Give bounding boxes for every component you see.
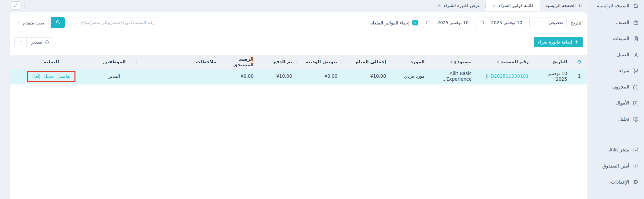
tab-bar: الصفحة الرئيسية قائمة فواتير الشراء ✕ عر… bbox=[0, 0, 589, 11]
column-total-amount: إجمالي المبلغ bbox=[341, 55, 390, 69]
sidebar-item-label: العميل bbox=[616, 52, 629, 57]
tab-purchase-invoice-list[interactable]: قائمة فواتير الشراء ✕ bbox=[486, 0, 540, 11]
sort-icon[interactable] bbox=[497, 60, 499, 64]
chevron-down-icon bbox=[19, 40, 23, 45]
tab-separator bbox=[485, 3, 486, 8]
column-settings-header: ⚙ bbox=[571, 55, 587, 69]
expand-icon bbox=[13, 3, 18, 8]
sidebar-item-category[interactable]: الصنف bbox=[589, 14, 644, 30]
search-icon bbox=[55, 19, 61, 26]
analytics-icon bbox=[632, 116, 639, 122]
sidebar-item-ailit-store[interactable]: متجر Ailit bbox=[589, 142, 644, 158]
sort-icon[interactable] bbox=[450, 60, 452, 64]
sidebar-item-cashier[interactable]: أمين الصندوق bbox=[589, 158, 644, 174]
chevron-down-icon bbox=[17, 20, 21, 25]
balance-due-cell: ¥0.00 bbox=[220, 69, 258, 84]
doc-number-link[interactable]: JHD202511030101 bbox=[486, 73, 529, 79]
export-upload-icon bbox=[45, 39, 49, 45]
main-area: الصفحة الرئيسية قائمة فواتير الشراء ✕ عر… bbox=[0, 0, 589, 199]
store-icon bbox=[632, 146, 639, 153]
row-number-cell: 1 bbox=[571, 69, 587, 84]
supplier-cell: مورد فردي bbox=[390, 69, 429, 84]
tabbar-spacer bbox=[24, 0, 432, 11]
home-icon bbox=[632, 2, 639, 9]
column-date: التاريخ bbox=[533, 55, 571, 69]
operation-cell: تفاصيل تعديل إلغاء bbox=[10, 69, 93, 84]
tab-label: الصفحة الرئيسية bbox=[545, 3, 576, 8]
plus-icon: + bbox=[574, 40, 579, 45]
date-to-input[interactable]: 10 نوفمبر 2025 bbox=[422, 17, 472, 28]
add-button-label: إضافة فاتورة شراء bbox=[538, 40, 572, 45]
settings-gear-icon: ⚙ bbox=[632, 179, 639, 185]
sidebar-item-settings[interactable]: ⚙ الإعدادات bbox=[589, 174, 644, 190]
hide-cancelled-label: إخفاء الفواتير الملغاة bbox=[370, 20, 410, 25]
sidebar-spacer bbox=[589, 127, 644, 142]
column-balance-due: الرصيد المستحق bbox=[220, 55, 258, 69]
advanced-search-label: بحث متقدم bbox=[23, 20, 44, 25]
advanced-search-toggle[interactable]: بحث متقدم bbox=[17, 20, 44, 25]
column-doc-number[interactable]: رقم المستند bbox=[476, 55, 533, 69]
sidebar-item-home[interactable]: الصفحة الرئيسية bbox=[589, 0, 644, 11]
expand-button[interactable] bbox=[11, 1, 20, 10]
date-from-input[interactable]: 10 نوفمبر 2025 bbox=[476, 17, 526, 28]
sidebar-item-label: الإعدادات bbox=[611, 179, 629, 185]
search-button[interactable] bbox=[51, 17, 65, 28]
content-card: التاريخ تخصيص 10 نوفمبر 2025 10 نوفمبر 2… bbox=[10, 12, 587, 199]
topbar-divider bbox=[24, 3, 24, 9]
deposit-refund-cell: ¥0.00 bbox=[296, 69, 341, 84]
sidebar-item-label: الصنف bbox=[616, 20, 629, 25]
sidebar-item-customer[interactable]: العميل bbox=[589, 47, 644, 63]
doc-number-cell: JHD202511030101 bbox=[476, 69, 533, 84]
tab-separator bbox=[432, 3, 432, 8]
export-button[interactable]: تصدير bbox=[26, 37, 54, 47]
purchase-invoices-table: ⚙ التاريخ رقم المستند مستودع المورد إجما… bbox=[10, 55, 587, 84]
tab-home[interactable]: الصفحة الرئيسية bbox=[540, 0, 589, 11]
export-dropdown-toggle[interactable] bbox=[14, 37, 26, 47]
export-split-button: تصدير bbox=[14, 37, 54, 47]
customer-icon bbox=[632, 51, 639, 58]
clipboard-icon bbox=[632, 35, 639, 42]
sidebar-item-purchase[interactable]: شراء bbox=[589, 63, 644, 79]
date-cell: 10 نوفمبر 2025 bbox=[533, 69, 571, 84]
date-range-value: تخصيص bbox=[549, 20, 563, 25]
sidebar-item-label: الأموال bbox=[615, 100, 629, 106]
column-warehouse[interactable]: مستودع bbox=[429, 55, 476, 69]
close-icon[interactable]: ✕ bbox=[492, 3, 496, 8]
sidebar-item-label: أمين الصندوق bbox=[602, 163, 629, 169]
actions-highlight-box: تفاصيل تعديل إلغاء bbox=[27, 71, 75, 82]
close-icon[interactable]: ✕ bbox=[438, 3, 441, 8]
paid-cell: ¥10.00 bbox=[258, 69, 296, 84]
staff-cell: المدير bbox=[93, 69, 136, 84]
hide-cancelled-checkbox[interactable]: إخفاء الفواتير الملغاة bbox=[370, 20, 418, 25]
sidebar-item-label: المخزون bbox=[612, 84, 629, 89]
cancel-link[interactable]: إلغاء bbox=[32, 74, 40, 79]
add-purchase-invoice-button[interactable]: + إضافة فاتورة شراء bbox=[534, 37, 583, 47]
calendar-icon bbox=[479, 20, 484, 26]
date-range-select[interactable]: تخصيص bbox=[529, 17, 567, 28]
sidebar-item-inventory[interactable]: المخزون bbox=[589, 79, 644, 95]
notes-cell bbox=[136, 69, 220, 84]
checkbox-checked-icon bbox=[412, 20, 418, 25]
sidebar: الصفحة الرئيسية الصنف المبيعات العميل شر… bbox=[589, 0, 644, 199]
tab-label: قائمة فواتير الشراء bbox=[498, 3, 533, 8]
date-from-value: 10 نوفمبر 2025 bbox=[491, 20, 522, 25]
chevron-down-icon bbox=[533, 20, 537, 25]
cart-icon bbox=[632, 67, 639, 74]
search-input[interactable] bbox=[65, 17, 159, 28]
warehouse-icon bbox=[632, 83, 639, 90]
column-staff: الموظفين bbox=[93, 55, 136, 69]
details-link[interactable]: تفاصيل bbox=[57, 74, 70, 79]
edit-link[interactable]: تعديل bbox=[44, 74, 54, 79]
tab-view-purchase-invoice[interactable]: عرض فاتورة الشراء ✕ bbox=[432, 0, 486, 11]
column-notes: ملاحظات bbox=[136, 55, 220, 69]
sidebar-item-funds[interactable]: الأموال bbox=[589, 95, 644, 111]
column-settings-gear-icon[interactable]: ⚙ bbox=[577, 59, 581, 65]
search-group bbox=[51, 17, 159, 28]
sidebar-item-analytics[interactable]: تحليل bbox=[589, 111, 644, 127]
sidebar-item-label: المبيعات bbox=[613, 36, 629, 41]
date-to-value: 10 نوفمبر 2025 bbox=[437, 20, 469, 25]
column-operation: العملية bbox=[10, 55, 93, 69]
sidebar-item-sales[interactable]: المبيعات bbox=[589, 30, 644, 47]
funds-folder-icon bbox=[632, 99, 639, 106]
sidebar-item-label: شراء bbox=[619, 68, 629, 73]
